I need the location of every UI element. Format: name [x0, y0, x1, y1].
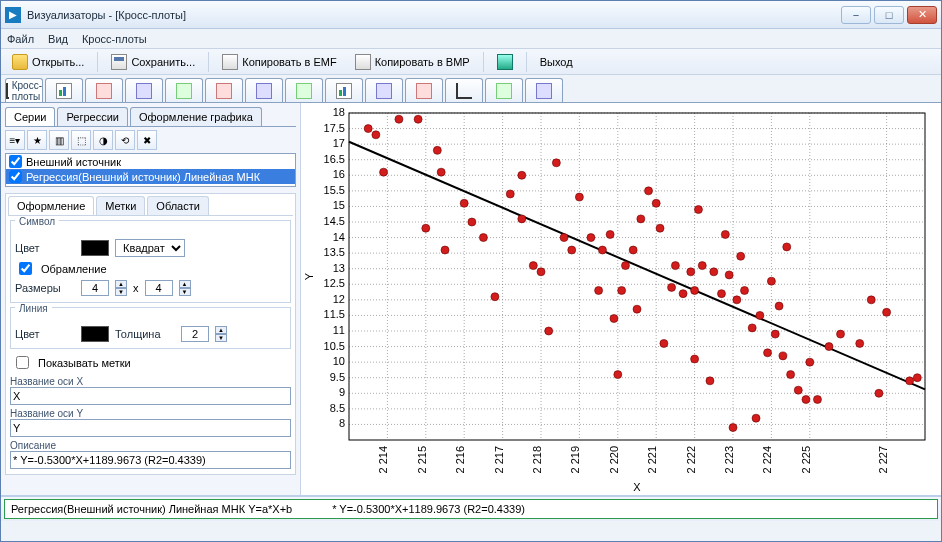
thickness-spinner[interactable]: ▲▼: [215, 326, 227, 342]
size-w-spinner[interactable]: ▲▼: [115, 280, 127, 296]
symbol-color-swatch[interactable]: [81, 240, 109, 256]
exit-marker-button[interactable]: [490, 51, 520, 73]
svg-point-91: [575, 193, 583, 201]
svg-point-131: [787, 371, 795, 379]
series-item-external[interactable]: Внешний источник: [6, 154, 295, 169]
svg-point-72: [380, 168, 388, 176]
line-icon: [456, 83, 472, 99]
clipboard-icon: [355, 54, 371, 70]
series-list-icon[interactable]: ≡▾: [5, 130, 25, 150]
svg-text:2 214: 2 214: [377, 446, 389, 474]
svg-point-114: [710, 268, 718, 276]
prop-tab-labels[interactable]: Метки: [96, 196, 145, 215]
menu-view[interactable]: Вид: [48, 33, 68, 45]
series-check-regression[interactable]: [9, 170, 22, 183]
show-labels-check[interactable]: [16, 356, 29, 369]
svg-point-145: [906, 377, 914, 385]
tab-series[interactable]: Серии: [5, 107, 55, 126]
maximize-button[interactable]: □: [874, 6, 904, 24]
svg-point-130: [779, 352, 787, 360]
svg-point-79: [460, 199, 468, 207]
svg-text:X: X: [633, 481, 641, 493]
menu-crossplots[interactable]: Кросс-плоты: [82, 33, 147, 45]
tab-chart-7[interactable]: [245, 78, 283, 102]
series-tool1[interactable]: ▥: [49, 130, 69, 150]
copy-bmp-button[interactable]: Копировать в BMP: [348, 51, 477, 73]
svg-text:15.5: 15.5: [324, 184, 345, 196]
symbol-group: Символ Цвет Квадрат Обрамление Размеры ▲…: [10, 220, 291, 303]
tab-chart-9[interactable]: [325, 78, 363, 102]
svg-text:13: 13: [333, 262, 345, 274]
axis-x-field: Название оси X: [10, 376, 291, 405]
tab-chart-8[interactable]: [285, 78, 323, 102]
series-add-button[interactable]: ★: [27, 130, 47, 150]
tab-design[interactable]: Оформление графика: [130, 107, 262, 126]
chart-area[interactable]: 88.599.51010.51111.51212.51313.51414.515…: [301, 103, 941, 495]
tab-chart-5[interactable]: [165, 78, 203, 102]
series-delete[interactable]: ✖: [137, 130, 157, 150]
pie-icon: [216, 83, 232, 99]
border-check[interactable]: [19, 262, 32, 275]
svg-point-98: [621, 262, 629, 270]
svg-point-96: [595, 287, 603, 295]
axis-y-input[interactable]: [10, 419, 291, 437]
svg-text:2 215: 2 215: [416, 446, 428, 474]
tab-regressions[interactable]: Регрессии: [57, 107, 128, 126]
tab-chart-11[interactable]: [405, 78, 443, 102]
prop-tab-areas[interactable]: Области: [147, 196, 209, 215]
svg-point-74: [414, 115, 422, 123]
axis-x-input[interactable]: [10, 387, 291, 405]
svg-text:14.5: 14.5: [324, 215, 345, 227]
scatter-chart: 88.599.51010.51111.51212.51313.51414.515…: [301, 103, 937, 495]
line-thickness-input[interactable]: [181, 326, 209, 342]
svg-text:16: 16: [333, 168, 345, 180]
open-button[interactable]: Открыть...: [5, 51, 91, 73]
tab-chart-4[interactable]: [125, 78, 163, 102]
status-left: Регрессия(Внешний источник) Линейная МНК…: [11, 503, 292, 515]
tab-chart-6[interactable]: [205, 78, 243, 102]
svg-point-84: [518, 215, 526, 223]
description-input[interactable]: [10, 451, 291, 469]
svg-point-90: [552, 159, 560, 167]
tab-chart-12[interactable]: [445, 78, 483, 102]
close-button[interactable]: ✕: [907, 6, 937, 24]
svg-point-70: [364, 125, 372, 133]
prop-tab-design[interactable]: Оформление: [8, 196, 94, 215]
svg-point-107: [671, 262, 679, 270]
svg-text:2 221: 2 221: [646, 446, 658, 474]
svg-point-110: [660, 339, 668, 347]
tab-crossplots[interactable]: Кросс-плоты: [5, 78, 43, 102]
line-color-swatch[interactable]: [81, 326, 109, 342]
svg-text:14: 14: [333, 231, 345, 243]
tab-chart-10[interactable]: [365, 78, 403, 102]
tab-chart-14[interactable]: [525, 78, 563, 102]
copy-emf-button[interactable]: Копировать в EMF: [215, 51, 343, 73]
status-right: * Y=-0.5300*X+1189.9673 (R2=0.4339): [332, 503, 525, 515]
grid2-icon: [336, 83, 352, 99]
minimize-button[interactable]: −: [841, 6, 871, 24]
tab-chart-2[interactable]: [45, 78, 83, 102]
series-tool4[interactable]: ⟲: [115, 130, 135, 150]
line-group: Линия Цвет Толщина ▲▼: [10, 307, 291, 349]
exit-button[interactable]: Выход: [533, 53, 580, 71]
svg-point-77: [422, 224, 430, 232]
size-h-spinner[interactable]: ▲▼: [179, 280, 191, 296]
save-icon: [111, 54, 127, 70]
gradient-icon: [256, 83, 272, 99]
tab-chart-3[interactable]: [85, 78, 123, 102]
symbol-shape-select[interactable]: Квадрат: [115, 239, 185, 257]
series-tool2[interactable]: ⬚: [71, 130, 91, 150]
svg-point-124: [756, 311, 764, 319]
series-item-regression[interactable]: Регрессия(Внешний источник) Линейная МНК: [6, 169, 295, 184]
series-check-external[interactable]: [9, 155, 22, 168]
save-button[interactable]: Сохранить...: [104, 51, 202, 73]
series-list[interactable]: Внешний источник Регрессия(Внешний источ…: [5, 153, 296, 187]
menu-file[interactable]: Файл: [7, 33, 34, 45]
tab-chart-13[interactable]: [485, 78, 523, 102]
size-h-input[interactable]: [145, 280, 173, 296]
size-w-input[interactable]: [81, 280, 109, 296]
svg-point-126: [737, 252, 745, 260]
chart-type-tabs: Кросс-плоты: [1, 75, 941, 103]
series-tool3[interactable]: ◑: [93, 130, 113, 150]
svg-point-140: [837, 330, 845, 338]
